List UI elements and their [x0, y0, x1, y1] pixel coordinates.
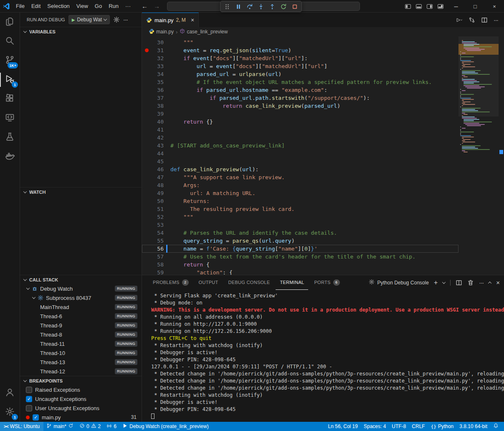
- breakpoint-item[interactable]: ✓main.py31: [20, 413, 142, 422]
- minimize-button[interactable]: ─: [446, 0, 466, 13]
- code-line[interactable]: 50 Returns:: [142, 197, 458, 205]
- maximize-panel-button[interactable]: [489, 281, 491, 284]
- overview-ruler[interactable]: [499, 36, 504, 275]
- code-line[interactable]: 48 Args:: [142, 181, 458, 189]
- code-line[interactable]: 37 if parsed_url.path.startswith("/suppo…: [142, 94, 458, 102]
- code-line[interactable]: 54 # Parses the URL and identify the cas…: [142, 229, 458, 237]
- panel-more-actions-button[interactable]: ···: [479, 280, 484, 286]
- close-window-button[interactable]: ×: [485, 0, 504, 13]
- language-mode[interactable]: {}Python: [428, 422, 457, 431]
- drag-handle[interactable]: [222, 2, 233, 11]
- views-more-actions-button[interactable]: ···: [123, 17, 128, 23]
- toggle-secondary-sidebar-icon[interactable]: [427, 4, 433, 9]
- activity-source-control[interactable]: 1K+: [0, 51, 20, 70]
- code-line[interactable]: 56 name = f'Case: {query_string["name"][…: [142, 245, 458, 253]
- code-line[interactable]: 34 parsed_url = urlparse(url): [142, 70, 458, 78]
- callstack-item[interactable]: MainThreadRUNNING: [20, 302, 142, 312]
- editor-tab-main-py[interactable]: main.py 2, M ×: [142, 13, 199, 27]
- open-changes-button[interactable]: [469, 17, 475, 23]
- callstack-item[interactable]: Thread-6RUNNING: [20, 312, 142, 321]
- callstack-item[interactable]: Thread-12RUNNING: [20, 367, 142, 376]
- activity-testing[interactable]: [0, 128, 20, 147]
- code-line[interactable]: 39: [142, 110, 458, 118]
- code-line[interactable]: 33 url = event["docs"]["matchedUrl"]["ur…: [142, 62, 458, 70]
- code-line[interactable]: 47 """A support case link preview.: [142, 173, 458, 181]
- variables-section-header[interactable]: VARIABLES: [20, 27, 142, 36]
- go-back-button[interactable]: ←: [142, 3, 148, 10]
- minimap[interactable]: [458, 36, 499, 275]
- callstack-item[interactable]: Debug WatchRUNNING: [20, 284, 142, 293]
- terminal-output[interactable]: * Serving Flask app 'create_link_preview…: [142, 290, 504, 422]
- code-line[interactable]: 38 return case_link_preview(parsed_url): [142, 102, 458, 110]
- close-panel-button[interactable]: ×: [496, 279, 500, 286]
- code-line[interactable]: 57 # Uses the text from the card's heade…: [142, 253, 458, 261]
- watch-section-header[interactable]: WATCH: [20, 187, 142, 196]
- ports-status[interactable]: 6: [104, 422, 119, 431]
- activity-extensions[interactable]: [0, 89, 20, 109]
- new-terminal-button[interactable]: +: [434, 279, 438, 286]
- breadcrumb-item[interactable]: main.py: [149, 28, 174, 35]
- menu-view[interactable]: View: [73, 1, 91, 11]
- code-line[interactable]: 53: [142, 221, 458, 229]
- code-line[interactable]: 41: [142, 126, 458, 134]
- code-line[interactable]: 35 # If the event object URL matches a s…: [142, 78, 458, 86]
- code-line[interactable]: 49 url: A matching URL.: [142, 189, 458, 197]
- editor-more-actions-button[interactable]: ···: [494, 17, 498, 23]
- step-into-button[interactable]: [256, 2, 266, 11]
- split-editor-button[interactable]: [481, 17, 488, 23]
- activity-explorer[interactable]: [0, 13, 20, 32]
- code-line[interactable]: 40 return {}: [142, 118, 458, 126]
- customize-layout-icon[interactable]: [438, 4, 443, 9]
- code-line[interactable]: 32 if event["docs"]["matchedUrl"]["url"]…: [142, 54, 458, 62]
- breakpoints-section-header[interactable]: BREAKPOINTS: [20, 376, 142, 385]
- activity-remote-explorer[interactable]: [0, 109, 20, 128]
- menu-more[interactable]: ···: [122, 1, 134, 11]
- branch-status[interactable]: main*: [43, 422, 76, 431]
- code-line[interactable]: 45: [142, 157, 458, 165]
- code-line[interactable]: 42: [142, 134, 458, 142]
- menu-go[interactable]: Go: [91, 1, 105, 11]
- breakpoint-item[interactable]: ✓Uncaught Exceptions: [20, 394, 142, 403]
- call-stack-section-header[interactable]: CALL STACK: [20, 275, 142, 284]
- debug-status[interactable]: Debug Watch (create_link_preview): [119, 422, 212, 431]
- activity-accounts[interactable]: [0, 383, 20, 403]
- panel-tab-output[interactable]: OUTPUT: [195, 275, 223, 290]
- indentation[interactable]: Spaces: 4: [361, 422, 389, 431]
- encoding[interactable]: UTF-8: [389, 422, 409, 431]
- menu-edit[interactable]: Edit: [28, 1, 44, 11]
- code-lines[interactable]: 30 """31 event = req.get_json(silent=Tru…: [142, 36, 458, 275]
- code-line[interactable]: 55 query_string = parse_qs(url.query): [142, 237, 458, 245]
- callstack-item[interactable]: Thread-9RUNNING: [20, 321, 142, 330]
- notifications[interactable]: [490, 422, 501, 431]
- code-line[interactable]: 52 """: [142, 213, 458, 221]
- code-line[interactable]: 58 return {: [142, 261, 458, 269]
- callstack-item[interactable]: Thread-11RUNNING: [20, 339, 142, 348]
- split-terminal-button[interactable]: [456, 279, 462, 286]
- toggle-primary-sidebar-icon[interactable]: [405, 4, 411, 9]
- breakpoint-checkbox[interactable]: [26, 405, 32, 411]
- menu-file[interactable]: File: [13, 1, 28, 11]
- breakpoint-checkbox[interactable]: [26, 387, 32, 393]
- step-over-button[interactable]: [244, 2, 255, 11]
- stop-button[interactable]: [289, 2, 300, 11]
- debug-launch-dropdown[interactable]: ▶ Debug Wat: [68, 15, 110, 24]
- kill-terminal-button[interactable]: [467, 279, 474, 286]
- panel-tab-ports[interactable]: PORTS6: [310, 275, 344, 290]
- panel-tab-problems[interactable]: PROBLEMS2: [149, 275, 193, 290]
- menu-run[interactable]: Run: [105, 1, 122, 11]
- restart-button[interactable]: [278, 2, 289, 11]
- run-python-file-button[interactable]: [456, 17, 463, 23]
- code-line[interactable]: 51 The resulting preview link card.: [142, 205, 458, 213]
- remote-indicator[interactable]: ><WSL: Ubuntu: [0, 422, 43, 431]
- activity-docker[interactable]: [0, 147, 20, 166]
- activity-settings[interactable]: 1: [0, 403, 20, 422]
- activity-search[interactable]: [0, 32, 20, 51]
- terminal-session-select[interactable]: Python Debug Console: [369, 279, 428, 286]
- breakpoint-item[interactable]: Raised Exceptions: [20, 385, 142, 394]
- pause-button[interactable]: [233, 2, 244, 11]
- activity-run-and-debug[interactable]: 1: [0, 70, 20, 89]
- panel-tab-debug-console[interactable]: DEBUG CONSOLE: [224, 275, 274, 290]
- breakpoint-item[interactable]: User Uncaught Exceptions: [20, 403, 142, 413]
- breakpoint-checkbox[interactable]: ✓: [26, 396, 32, 402]
- interpreter[interactable]: 3.8.10 64-bit: [456, 422, 490, 431]
